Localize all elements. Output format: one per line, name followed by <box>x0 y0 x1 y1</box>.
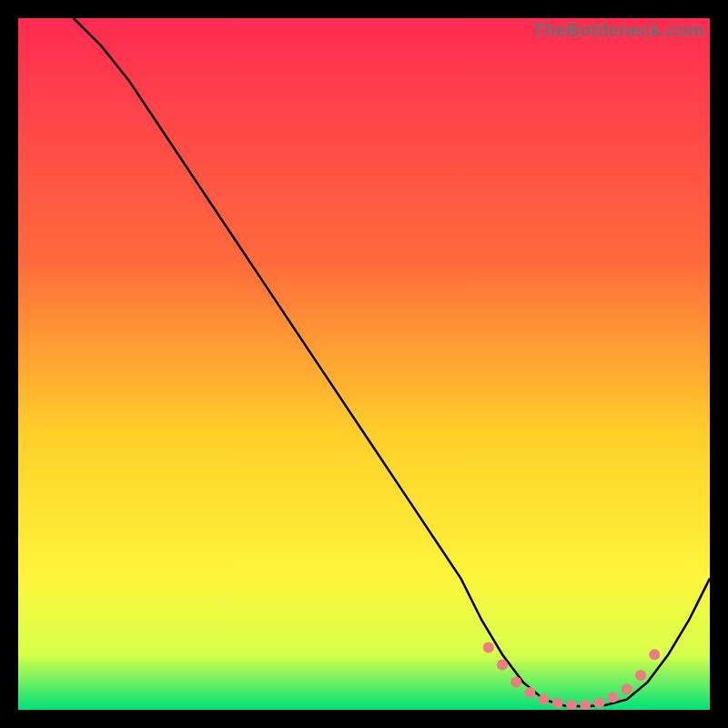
optimal-marker <box>483 642 494 653</box>
optimal-marker <box>552 697 563 708</box>
optimal-marker <box>524 687 535 698</box>
optimal-marker <box>511 677 521 688</box>
optimal-marker <box>593 697 604 708</box>
chart-frame: TheBottleneck.com <box>18 18 710 710</box>
optimal-marker <box>649 649 660 660</box>
optimal-marker <box>622 683 632 694</box>
optimal-marker <box>635 670 646 681</box>
optimal-marker <box>608 692 619 703</box>
watermark-text: TheBottleneck.com <box>533 20 704 41</box>
optimal-marker <box>497 660 508 671</box>
bottleneck-chart <box>18 18 710 710</box>
gradient-background <box>18 18 710 710</box>
optimal-marker <box>539 694 550 705</box>
